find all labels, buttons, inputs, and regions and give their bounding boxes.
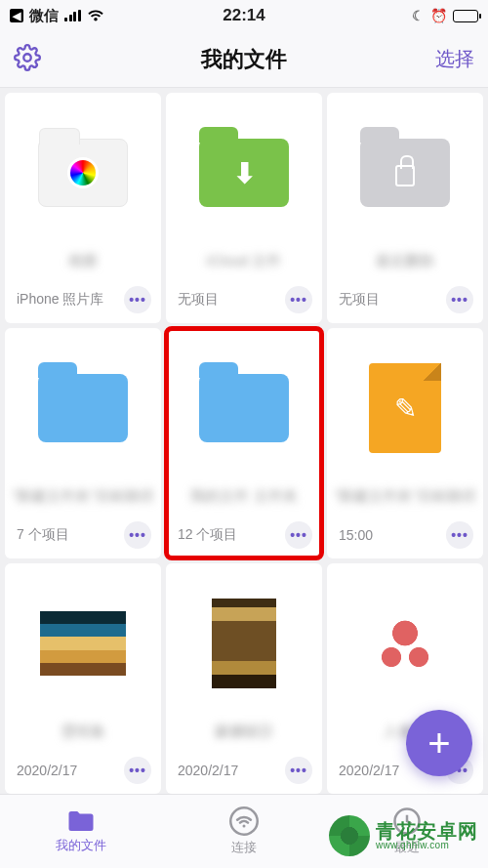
watermark-name: 青花安卓网 (376, 821, 478, 841)
folder-icon (199, 374, 289, 442)
alarm-icon: ⏰ (430, 8, 447, 23)
settings-button[interactable] (14, 44, 41, 75)
tile-meta: 2020/2/17 (178, 763, 238, 778)
tile-icloud[interactable]: ⬇ iCloud 文件 无项目 ••• (166, 93, 322, 323)
tile-meta: 7 个项目 (17, 526, 69, 544)
folder-icon (38, 374, 128, 442)
tile-thumb (5, 563, 161, 710)
tile-meta: 15:00 (339, 527, 373, 543)
do-not-disturb-icon: ☾ (412, 8, 425, 23)
document-icon: ✎ (369, 363, 441, 453)
folder-icon (360, 139, 450, 207)
tile-image-2[interactable]: 蒙娜丽莎 2020/2/17 ••• (166, 563, 322, 794)
more-button[interactable]: ••• (285, 521, 312, 549)
tile-meta: 无项目 (339, 291, 380, 309)
status-bar: ◀ 微信 22:14 ☾ ⏰ (0, 0, 488, 31)
tab-label: 我的文件 (56, 837, 106, 854)
image-thumbnail (40, 611, 126, 676)
select-button[interactable]: 选择 (435, 46, 474, 72)
more-button[interactable]: ••• (285, 286, 312, 313)
more-button[interactable]: ••• (446, 521, 473, 549)
navigation-bar: 我的文件 选择 (0, 31, 488, 88)
image-thumbnail (212, 599, 276, 688)
tile-thumb (5, 93, 161, 239)
watermark-url: www.qhhlw.com (376, 841, 478, 850)
svg-point-2 (243, 825, 246, 828)
wifi-icon (87, 9, 104, 22)
tile-label: "新建文件夹"目标路径 (327, 475, 483, 516)
battery-icon (453, 10, 478, 22)
folder-icon: ⬇ (199, 139, 289, 207)
tile-thumb (166, 328, 322, 475)
tile-label: iCloud 文件 (166, 239, 322, 280)
tile-label: 最近删除 (327, 239, 483, 280)
back-to-app-label[interactable]: 微信 (29, 7, 59, 25)
tile-thumb (166, 563, 322, 710)
tab-connect[interactable]: 连接 (163, 795, 326, 868)
folder-icon (66, 808, 96, 834)
tile-image-1[interactable]: 壁纸集 2020/2/17 ••• (5, 563, 161, 794)
tile-label: 壁纸集 (5, 710, 161, 751)
status-bar-time: 22:14 (166, 6, 322, 25)
download-icon: ⬇ (233, 157, 256, 189)
color-wheel-icon (70, 160, 96, 186)
tile-meta: iPhone 照片库 (17, 291, 103, 309)
tile-label: 我的文件 文件夹 (166, 475, 322, 516)
tile-photo-library[interactable]: 相册 iPhone 照片库 ••• (5, 93, 161, 323)
plus-icon: + (427, 722, 450, 765)
page-title: 我的文件 (201, 45, 287, 74)
lock-icon (395, 165, 415, 186)
status-bar-left: ◀ 微信 (10, 7, 166, 25)
tile-recently-deleted[interactable]: 最近删除 无项目 ••• (327, 93, 483, 323)
tile-label: 蒙娜丽莎 (166, 710, 322, 751)
add-button[interactable]: + (406, 710, 472, 776)
tile-thumb: ✎ (327, 328, 483, 475)
more-button[interactable]: ••• (285, 757, 312, 784)
folder-icon (38, 139, 128, 207)
tile-label: "新建文件夹"目标路径 (5, 475, 161, 516)
tile-meta: 12 个项目 (178, 526, 237, 544)
svg-point-0 (23, 54, 30, 61)
watermark: 青花安卓网 www.qhhlw.com (329, 815, 478, 856)
tab-label: 连接 (231, 839, 257, 856)
back-to-app-icon[interactable]: ◀ (10, 9, 23, 22)
tile-thumb: ⬇ (166, 93, 322, 239)
tile-thumb (5, 328, 161, 475)
more-button[interactable]: ••• (446, 286, 473, 313)
more-button[interactable]: ••• (124, 757, 151, 784)
tab-my-files[interactable]: 我的文件 (0, 795, 163, 868)
more-button[interactable]: ••• (124, 286, 151, 313)
tile-meta: 无项目 (178, 291, 219, 309)
watermark-logo-icon (329, 815, 370, 856)
tile-folder-a[interactable]: "新建文件夹"目标路径 7 个项目 ••• (5, 328, 161, 558)
tile-document[interactable]: ✎ "新建文件夹"目标路径 15:00 ••• (327, 328, 483, 558)
tile-thumb (327, 93, 483, 239)
tile-folder-highlighted[interactable]: 我的文件 文件夹 12 个项目 ••• (166, 328, 322, 558)
more-button[interactable]: ••• (124, 521, 151, 549)
tile-label: 相册 (5, 239, 161, 280)
status-bar-right: ☾ ⏰ (322, 8, 478, 23)
tile-meta: 2020/2/17 (17, 763, 77, 778)
tile-thumb (327, 563, 483, 710)
file-grid: 相册 iPhone 照片库 ••• ⬇ iCloud 文件 无项目 ••• 最近… (0, 88, 488, 799)
gear-icon (14, 44, 41, 71)
cellular-signal-icon (64, 10, 81, 21)
image-thumbnail (371, 609, 439, 678)
wifi-circle-icon (229, 806, 259, 836)
tile-meta: 2020/2/17 (339, 763, 399, 778)
